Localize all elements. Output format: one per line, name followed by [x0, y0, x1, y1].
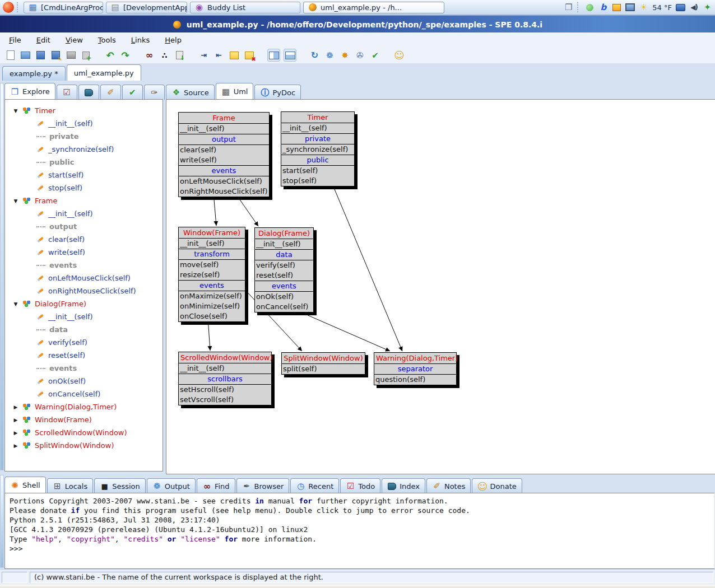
shell-panel[interactable]: Portions Copyright 2003-2007 www.stani.b…: [4, 493, 714, 569]
donate-icon[interactable]: [393, 49, 405, 61]
uml-class-timer[interactable]: Timer__init__(self)private_synchronize(s…: [281, 111, 355, 186]
tree-expander-icon[interactable]: ▼: [13, 198, 18, 204]
dedent-icon[interactable]: [213, 49, 225, 61]
tree-item-warning-dialog-timer[interactable]: ▶Warning(Dialog,Timer): [5, 400, 162, 413]
tree-expander-icon[interactable]: ▼: [13, 108, 18, 114]
split-vertical-icon[interactable]: [267, 49, 280, 62]
explorer-tab-explore[interactable]: Explore: [4, 83, 55, 100]
editor-tab-pydoc[interactable]: PyDoc: [254, 85, 301, 100]
tree-item-synchronize-self[interactable]: _synchronize(self): [5, 143, 162, 156]
taskbar-window-cmdlineargprocess[interactable]: [CmdLineArgProcess...: [24, 2, 103, 13]
chat-status-icon[interactable]: [585, 3, 595, 12]
bottom-tab-browser[interactable]: Browser: [236, 478, 290, 493]
menu-tools[interactable]: Tools: [98, 36, 116, 44]
debug-icon[interactable]: [339, 49, 351, 61]
bottom-tab-output[interactable]: Output: [147, 478, 196, 493]
bottom-tab-todo[interactable]: Todo: [340, 478, 380, 493]
split-horizontal-icon[interactable]: [284, 49, 296, 62]
menu-edit[interactable]: Edit: [36, 36, 50, 44]
tree-item-frame[interactable]: ▼Frame: [5, 194, 162, 207]
explorer-tab-index[interactable]: [78, 85, 99, 100]
uml-class-window-frame[interactable]: Window(Frame)__init__(self)transformmove…: [178, 227, 245, 322]
tree-item-reset-self[interactable]: reset(self): [5, 349, 162, 362]
uml-class-frame[interactable]: Frame__init__(self)outputclear(self)writ…: [178, 112, 270, 197]
print-icon[interactable]: [65, 49, 77, 61]
note-delete-icon[interactable]: [243, 49, 255, 61]
check-icon[interactable]: [369, 49, 381, 61]
tree-item-dialog-frame[interactable]: ▼Dialog(Frame): [5, 297, 162, 310]
explorer-tab-skin[interactable]: [144, 85, 165, 100]
bottom-tab-find[interactable]: Find: [197, 478, 235, 493]
save-as-icon[interactable]: [50, 49, 62, 61]
notes-applet-icon[interactable]: [612, 3, 621, 12]
tree-item-events[interactable]: events: [5, 259, 162, 272]
tree-expander-icon[interactable]: ▶: [13, 443, 18, 449]
explorer-tab-check[interactable]: [122, 85, 143, 100]
tree-item-onok-self[interactable]: onOk(self): [5, 375, 162, 388]
tree-item-verify-self[interactable]: verify(self): [5, 336, 162, 349]
note-icon[interactable]: [228, 49, 240, 61]
uml-class-splitwindow-window[interactable]: SplitWindow(Window)split(self): [281, 352, 365, 375]
tree-item-public[interactable]: public: [5, 156, 162, 169]
bottom-tab-locals[interactable]: Locals: [47, 478, 93, 493]
tree-item-onleftmouseclick-self[interactable]: onLeftMouseClick(self): [5, 272, 162, 284]
tree-expander-icon[interactable]: ▶: [13, 417, 18, 423]
refresh-icon[interactable]: [309, 49, 321, 61]
taskbar-window-buddy-list[interactable]: Buddy List: [190, 2, 300, 13]
tree-item-window-frame[interactable]: ▶Window(Frame): [5, 413, 162, 426]
session-runner-icon[interactable]: [703, 3, 712, 12]
volume-icon[interactable]: [689, 3, 699, 12]
file-tab-uml-example-py[interactable]: uml_example.py: [67, 64, 141, 81]
tree-item-events[interactable]: events: [5, 362, 162, 375]
taskbar-window-developmentapps[interactable]: [DevelopmentApps -...: [106, 2, 187, 13]
menu-help[interactable]: Help: [165, 36, 182, 44]
check-source-icon[interactable]: [324, 49, 336, 61]
editor-tab-source[interactable]: Source: [166, 85, 215, 100]
python-shell-output[interactable]: Portions Copyright 2003-2007 www.stani.b…: [5, 493, 714, 553]
shell-pane-gripper[interactable]: [0, 475, 4, 568]
window-restore-icon[interactable]: [564, 3, 573, 12]
tree-expander-icon[interactable]: ▼: [13, 301, 18, 307]
uml-class-dialog-frame[interactable]: Dialog(Frame)__init__(self)dataverify(se…: [254, 227, 314, 312]
new-icon[interactable]: [4, 49, 16, 61]
tree-item-clear-self[interactable]: clear(self): [5, 233, 162, 246]
explorer-pane-gripper[interactable]: [0, 83, 4, 470]
bottom-tab-recent[interactable]: Recent: [290, 478, 339, 493]
bottom-tab-donate[interactable]: Donate: [472, 478, 522, 493]
uml-class-warning-dialog-timer[interactable]: Warning(Dialog,Timer)separatorquestion(s…: [374, 352, 457, 385]
tree-expander-icon[interactable]: ▶: [13, 430, 18, 436]
tree-item-onrightmouseclick-self[interactable]: onRightMouseClick(self): [5, 284, 162, 297]
display-settings-icon[interactable]: [625, 3, 635, 12]
tree-item-stop-self[interactable]: stop(self): [5, 181, 162, 194]
attach-icon[interactable]: [354, 49, 366, 61]
save-icon[interactable]: [35, 49, 47, 61]
tree-item-private[interactable]: private: [5, 130, 162, 143]
tree-item-write-self[interactable]: write(self): [5, 246, 162, 259]
bottom-tab-session[interactable]: Session: [94, 478, 146, 493]
menu-file[interactable]: File: [9, 36, 21, 44]
tree-item-init-self[interactable]: __init__(self): [5, 117, 162, 130]
explorer-tab-todo[interactable]: [57, 85, 77, 100]
menu-view[interactable]: View: [66, 36, 83, 44]
find-next-icon[interactable]: [159, 49, 170, 61]
bottom-tab-index[interactable]: Index: [382, 478, 425, 493]
tree-item-splitwindow-window[interactable]: ▶SplitWindow(Window): [5, 439, 162, 452]
tree-expander-icon[interactable]: ▶: [13, 404, 18, 410]
weather-sun-icon[interactable]: [639, 3, 648, 12]
workspace-folder-icon[interactable]: [676, 3, 685, 12]
tree-item-scrolledwindow-window[interactable]: ▶ScrolledWindow(Window): [5, 426, 162, 439]
tree-item-timer[interactable]: ▼Timer: [5, 104, 162, 117]
tree-item-output[interactable]: output: [5, 220, 162, 233]
menu-links[interactable]: Links: [131, 36, 150, 44]
open-icon[interactable]: [20, 49, 31, 61]
tree-item-data[interactable]: data: [5, 323, 162, 336]
new-tab-icon[interactable]: [80, 49, 92, 61]
ubuntu-menu-icon[interactable]: [3, 2, 14, 13]
find-icon[interactable]: [143, 49, 155, 61]
redo-icon[interactable]: [119, 49, 131, 61]
bluetooth-icon[interactable]: [598, 3, 608, 12]
indent-icon[interactable]: [198, 49, 210, 61]
explorer-tab-notes[interactable]: [100, 85, 121, 100]
uml-class-scrolledwindow-window[interactable]: ScrolledWindow(Window)__init__(self)scro…: [178, 352, 272, 405]
goto-icon[interactable]: [174, 49, 185, 61]
